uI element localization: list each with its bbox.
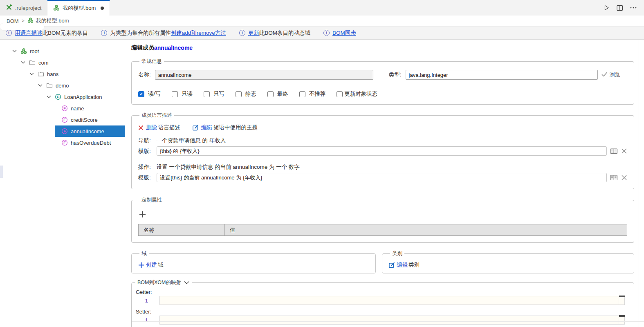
tree-item-demo[interactable]: demo [0, 80, 127, 91]
chevron-down-icon[interactable] [12, 49, 17, 53]
dictionary-icon[interactable] [610, 148, 618, 155]
verbalize-link[interactable]: 用语言描述 [15, 30, 43, 36]
title-rule [197, 48, 638, 48]
checkbox-update-object-state[interactable] [337, 91, 343, 97]
split-editor-icon[interactable] [617, 5, 623, 11]
checkbox-read-only[interactable] [172, 91, 178, 97]
action-template-input[interactable] [157, 173, 607, 182]
modifier-checkboxes: 读/写 只读 只写 静态 最终 不推荐 更新对象状态 [138, 90, 627, 98]
checkbox-deprecated[interactable] [299, 91, 305, 97]
editor-gutter-line [619, 296, 619, 305]
column-header-name[interactable]: 名称 [139, 224, 225, 235]
bom-editor-window: .ruleproject 我的模型.bom [0, 0, 644, 327]
column-header-value[interactable]: 值 [225, 224, 627, 235]
chevron-down-icon[interactable] [47, 95, 51, 99]
chevron-down-icon[interactable] [184, 280, 190, 286]
svg-text:F: F [63, 118, 66, 122]
tree-item-creditscore[interactable]: F creditScore [55, 114, 125, 125]
edit-link[interactable]: 编辑 [397, 261, 408, 269]
tree-item-hans[interactable]: hans [0, 68, 127, 80]
categories-fieldset: 类别 编辑类别 [382, 250, 634, 273]
bom-tree-panel: root com hans [0, 40, 127, 327]
mapping-legend: BOM到XOM的映射 [135, 279, 192, 286]
edit-subject-action[interactable]: 编辑短语中使用的主题 [193, 124, 258, 131]
action-template-row: 模版: [138, 173, 627, 182]
tree-item-label: LoanApplication [64, 94, 102, 100]
chevron-down-icon[interactable] [38, 84, 43, 87]
overview-ruler-mark[interactable] [619, 315, 625, 317]
getter-code-editor[interactable] [159, 296, 625, 305]
chevron-down-icon[interactable] [21, 61, 25, 64]
field-icon: F [61, 139, 68, 146]
checkbox-label-read-write: 读/写 [148, 90, 161, 98]
create-link[interactable]: 创建 [146, 261, 157, 269]
modified-dot-icon[interactable] [101, 7, 104, 10]
chevron-down-icon[interactable] [29, 72, 34, 76]
info-item-add-remove: i 为类型为集合的所有属性创建add和remove方法 [101, 29, 226, 37]
add-property-button[interactable] [139, 209, 149, 219]
main-area: root com hans [0, 40, 644, 327]
tab-my-model-bom[interactable]: 我的模型.bom [47, 0, 110, 16]
tree-item-com[interactable]: com [0, 57, 127, 68]
tree-item-label: annualIncome [71, 128, 104, 134]
tools-icon [6, 4, 12, 12]
bom-to-xom-mapping-fieldset: BOM到XOM的映射 Getter: 1 Setter: [131, 279, 634, 327]
checkbox-write-only[interactable] [204, 91, 210, 97]
overview-ruler-mark[interactable] [619, 296, 625, 297]
bom-icon [20, 48, 27, 54]
edit-link[interactable]: 编辑 [201, 124, 212, 131]
checkbox-read-write[interactable] [138, 91, 144, 97]
edit-categories-action[interactable]: 编辑类别 [389, 261, 627, 269]
tree-item-label: root [30, 48, 39, 54]
svg-text:F: F [63, 106, 66, 110]
scrollbar-gutter-line [639, 40, 639, 327]
edit-suffix: 短语中使用的主题 [213, 124, 258, 131]
create-suffix: 域 [158, 261, 164, 269]
info-icon: i [323, 30, 330, 36]
tree-item-name[interactable]: F name [55, 103, 125, 114]
info-icon: i [239, 30, 245, 36]
create-add-remove-link[interactable]: 创建add和remove方法 [171, 30, 226, 36]
bom-sync-link[interactable]: BOM同步 [332, 30, 356, 36]
field-icon: F [61, 116, 68, 123]
checkbox-static[interactable] [236, 91, 242, 97]
edit-icon [193, 125, 199, 131]
create-domain-action[interactable]: 创建域 [138, 261, 369, 269]
remove-verbalization-action[interactable]: 删除语言描述 [138, 124, 180, 131]
navigation-template-input[interactable] [157, 146, 607, 156]
tree-item-loanapplication[interactable]: C LoanApplication [0, 91, 127, 103]
clear-template-icon[interactable] [621, 175, 627, 181]
run-icon[interactable] [603, 4, 610, 11]
info-item-update-domains: i 更新此BOM条目的动态域 [239, 29, 310, 37]
clear-template-icon[interactable] [621, 148, 627, 154]
custom-properties-fieldset: 定制属性 名称 值 [131, 197, 634, 243]
template-label: 模版: [138, 148, 151, 155]
name-input[interactable] [155, 70, 373, 80]
navigation-template-row: 模版: [138, 146, 627, 156]
action-value: 设置 一个贷款申请信息 的当前 annualIncome 为 一个 数字 [157, 164, 300, 171]
plus-icon [138, 262, 144, 268]
more-actions-icon[interactable] [630, 7, 637, 9]
checkbox-label-read-only: 只读 [182, 90, 193, 98]
dictionary-icon[interactable] [610, 175, 618, 181]
tree-item-annualincome[interactable]: F annualIncome [55, 125, 125, 137]
remove-link[interactable]: 删除 [146, 124, 157, 131]
svg-text:C: C [57, 95, 60, 99]
type-label: 类型: [389, 71, 402, 78]
tab-ruleproject[interactable]: .ruleproject [0, 0, 47, 16]
getter-line-number: 1 [134, 298, 159, 304]
breadcrumb-separator: > [22, 18, 25, 24]
update-link[interactable]: 更新 [248, 30, 259, 36]
edit-suffix: 类别 [408, 261, 420, 269]
type-input[interactable] [406, 70, 598, 80]
tree-item-root[interactable]: root [0, 45, 127, 57]
checkbox-label-final: 最终 [277, 90, 288, 98]
checkbox-final[interactable] [267, 91, 274, 97]
setter-code-editor[interactable] [159, 316, 625, 325]
browse-button[interactable]: 浏览 [601, 71, 620, 78]
editor-tab-bar: .ruleproject 我的模型.bom [0, 0, 644, 16]
title-prefix: 编辑成员 [131, 44, 154, 52]
tree-item-hasoverduedebt[interactable]: F hasOverdueDebt [55, 137, 125, 148]
tree-item-label: demo [56, 83, 69, 89]
field-icon: F [61, 128, 68, 134]
